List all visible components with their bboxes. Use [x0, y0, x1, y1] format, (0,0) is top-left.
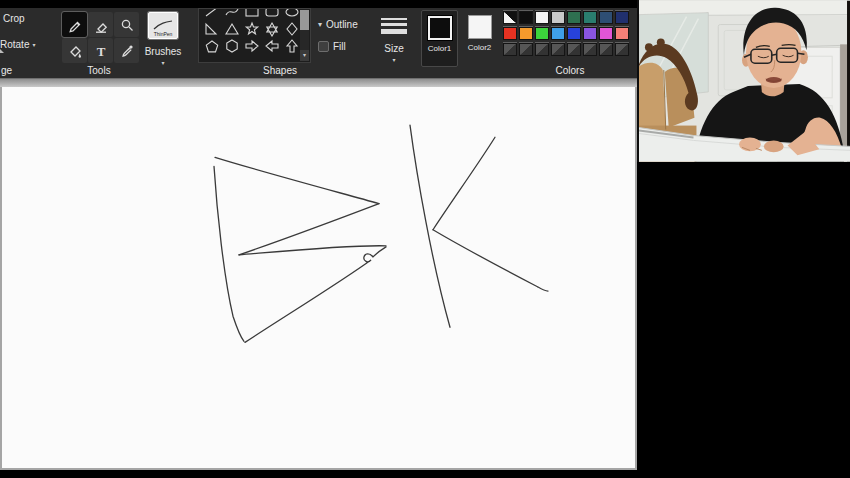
- right-triangle-shape[interactable]: [202, 21, 221, 37]
- color-swatch[interactable]: [583, 11, 597, 24]
- brushes-button[interactable]: Brushes: [136, 46, 190, 57]
- color2-swatch: [468, 15, 492, 39]
- drawn-stroke: [215, 157, 379, 203]
- outline-dropdown[interactable]: ▾ Outline: [318, 19, 358, 30]
- color-swatch[interactable]: [567, 11, 581, 24]
- pentagon-shape[interactable]: [202, 38, 221, 54]
- arrow-up-shape[interactable]: [282, 38, 301, 54]
- size-button[interactable]: Size: [372, 43, 416, 54]
- empty-color-slot[interactable]: [583, 43, 597, 56]
- color-swatch[interactable]: [519, 11, 533, 24]
- color2-button[interactable]: Color2: [461, 10, 498, 67]
- image-group-label: ge: [1, 65, 12, 76]
- magnifier-tool[interactable]: [114, 12, 139, 37]
- color-swatch[interactable]: [599, 27, 613, 40]
- chevron-down-icon: ▾: [32, 42, 35, 48]
- drawn-stroke: [214, 166, 244, 341]
- color-swatch[interactable]: [599, 11, 613, 24]
- ellipse-shape[interactable]: [282, 8, 301, 20]
- drawn-stroke: [245, 247, 386, 343]
- shapes-scrollbar[interactable]: ▾: [300, 10, 309, 61]
- outline-label: Outline: [326, 19, 358, 30]
- color-swatch[interactable]: [551, 27, 565, 40]
- chevron-down-icon: ▾: [136, 60, 190, 66]
- webcam-scene: [639, 0, 850, 162]
- arrow-left-shape[interactable]: [262, 38, 281, 54]
- tools-group-label: Tools: [60, 65, 138, 76]
- fill-bucket-tool[interactable]: [62, 38, 87, 63]
- color-palette: [503, 11, 631, 59]
- screen: Crop Rotate ▾ ge T Tools ThinPen Brushes…: [0, 0, 850, 478]
- color-swatch[interactable]: [567, 27, 581, 40]
- color-swatch[interactable]: [535, 27, 549, 40]
- ribbon-divider: [0, 78, 637, 87]
- color1-label: Color1: [428, 44, 452, 53]
- color-swatch[interactable]: [519, 27, 533, 40]
- rotate-label: Rotate: [0, 39, 29, 50]
- fill-icon: [318, 41, 329, 52]
- sofa-carving: [645, 43, 653, 51]
- rectangle-shape[interactable]: [242, 8, 261, 20]
- rotate-button[interactable]: Rotate ▾: [0, 39, 35, 50]
- eraser-tool[interactable]: [88, 12, 113, 37]
- color-swatch[interactable]: [615, 27, 629, 40]
- color1-button[interactable]: Color1: [421, 10, 458, 67]
- pen-stroke-icon: [152, 19, 174, 31]
- color2-label: Color2: [468, 43, 492, 52]
- curve-shape[interactable]: [222, 8, 241, 20]
- empty-color-slot[interactable]: [535, 43, 549, 56]
- colors-group-label: Colors: [520, 65, 620, 76]
- text-tool[interactable]: T: [88, 38, 113, 63]
- color-swatch[interactable]: [583, 27, 597, 40]
- color-swatch[interactable]: [535, 11, 549, 24]
- empty-color-slot[interactable]: [519, 43, 533, 56]
- split-color-swatch[interactable]: [503, 11, 517, 24]
- shapes-group-label: Shapes: [240, 65, 320, 76]
- pencil-tool[interactable]: [62, 12, 87, 37]
- shapes-panel: ▾: [198, 8, 311, 63]
- star-shape[interactable]: [242, 21, 261, 37]
- crop-button[interactable]: Crop: [3, 13, 25, 24]
- diamond-shape[interactable]: [282, 21, 301, 37]
- chevron-down-icon: ▾: [318, 21, 322, 29]
- color-swatch[interactable]: [615, 11, 629, 24]
- color1-swatch: [428, 16, 452, 40]
- triangle-shape[interactable]: [222, 21, 241, 37]
- empty-color-slot[interactable]: [551, 43, 565, 56]
- rounded-rectangle-shape[interactable]: [262, 8, 281, 20]
- empty-color-slot[interactable]: [503, 43, 517, 56]
- arrow-right-shape[interactable]: [242, 38, 261, 54]
- scroll-down-icon[interactable]: ▾: [300, 50, 309, 61]
- paint-app-window: Crop Rotate ▾ ge T Tools ThinPen Brushes…: [0, 8, 637, 470]
- drawn-stroke: [433, 230, 548, 291]
- fill-label: Fill: [333, 41, 346, 52]
- hexagon-shape[interactable]: [222, 38, 241, 54]
- line-shape[interactable]: [202, 8, 221, 20]
- color-swatch[interactable]: [551, 11, 565, 24]
- thinpen-brush-button[interactable]: ThinPen: [148, 12, 178, 39]
- scrollbar-thumb[interactable]: [300, 10, 309, 30]
- empty-color-slot[interactable]: [599, 43, 613, 56]
- tools-grid: T: [62, 12, 139, 63]
- svg-text:T: T: [96, 44, 105, 59]
- empty-color-slot[interactable]: [615, 43, 629, 56]
- drawing-canvas[interactable]: [0, 87, 637, 470]
- shapes-grid: [202, 8, 310, 54]
- fill-dropdown[interactable]: Fill: [318, 41, 346, 52]
- drawn-stroke: [433, 137, 495, 229]
- sofa-cushion-1: [639, 63, 666, 132]
- sofa-carving: [657, 38, 665, 46]
- chevron-down-icon: ▾: [372, 57, 416, 63]
- toolbar: Crop Rotate ▾ ge T Tools ThinPen Brushes…: [0, 8, 637, 78]
- thinpen-label: ThinPen: [154, 31, 173, 38]
- webcam-overlay: [637, 0, 850, 162]
- drawn-stroke: [239, 204, 379, 255]
- six-point-star-shape[interactable]: [262, 21, 281, 37]
- person-hand: [764, 140, 784, 152]
- size-icon: [381, 18, 407, 37]
- freehand-drawing-bk: [2, 87, 635, 468]
- drawn-stroke: [410, 125, 450, 327]
- empty-color-slot[interactable]: [567, 43, 581, 56]
- color-swatch[interactable]: [503, 27, 517, 40]
